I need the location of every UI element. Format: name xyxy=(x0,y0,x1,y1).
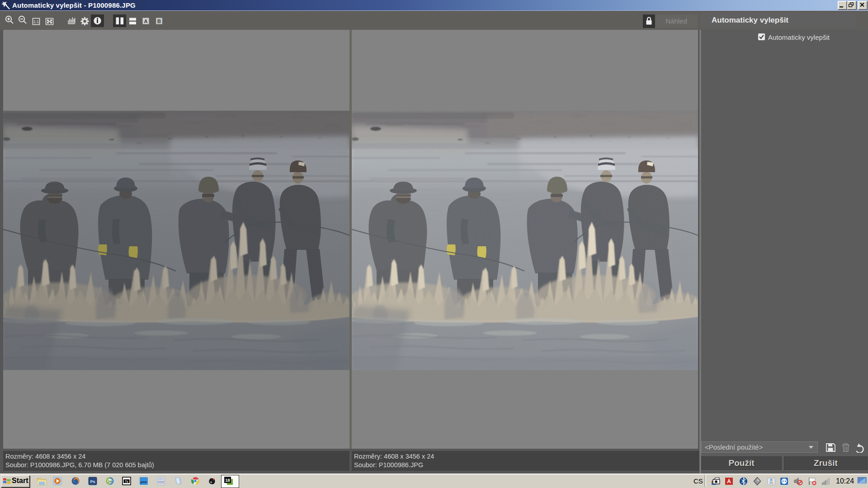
svg-text:Ps: Ps xyxy=(90,479,95,484)
svg-text:1:1: 1:1 xyxy=(33,19,39,24)
svg-text:14: 14 xyxy=(108,479,112,483)
svg-text:pse: pse xyxy=(141,480,147,484)
svg-text:A: A xyxy=(144,19,148,24)
svg-text:B: B xyxy=(157,19,161,24)
svg-text:7z: 7z xyxy=(125,480,128,483)
svg-text:18: 18 xyxy=(225,478,230,483)
